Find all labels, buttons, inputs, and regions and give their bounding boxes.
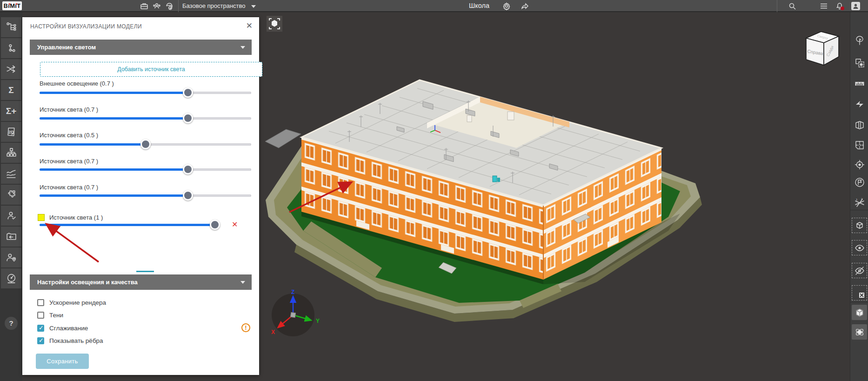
sigma-plus-glyph: Σ+ (6, 106, 17, 116)
checkbox-label: Показывать рёбра (49, 337, 103, 344)
workspace-selector[interactable]: Базовое пространство (182, 2, 246, 9)
tool-solid-cube[interactable] (852, 305, 867, 320)
sidebar-item-user-check[interactable] (1, 206, 21, 226)
checkbox-row-antialiasing: Сглаживание (37, 323, 88, 333)
globe-session-icon[interactable] (165, 2, 174, 10)
chevron-down-icon (240, 281, 245, 284)
tool-flag-marker[interactable] (852, 174, 867, 190)
checkbox-row-render-boost: Ускорение рендера (37, 298, 106, 307)
delete-light-button[interactable]: ✕ (232, 220, 238, 229)
tool-isolate-cube[interactable] (852, 218, 867, 233)
slider-thumb[interactable] (183, 87, 193, 98)
top-bar: BiMiT Базовое пространство Школа (0, 0, 868, 12)
help-button[interactable]: ? (5, 317, 18, 330)
account-icon[interactable] (851, 2, 860, 10)
section-quality-title: Настройки освещения и качества (37, 279, 138, 286)
axis-z-label: Z (291, 289, 294, 295)
axis-gizmo[interactable]: Z Y X (271, 289, 320, 336)
sidebar-item-doc-2d[interactable]: 2D (1, 122, 21, 142)
search-icon[interactable] (788, 2, 796, 10)
slider-label: Источник света (0.5 ) (40, 132, 98, 139)
add-light-source-button[interactable]: Добавить источник света (40, 62, 262, 77)
warning-icon: ! (241, 323, 250, 332)
tool-hide-eye-slash[interactable] (852, 263, 867, 278)
tool-show-eye[interactable] (852, 240, 867, 255)
light-slider[interactable] (40, 143, 251, 146)
tool-locate-target[interactable] (852, 157, 867, 172)
slider-thumb[interactable] (140, 139, 151, 149)
light-slider[interactable] (40, 117, 251, 120)
sidebar-item-gauge[interactable] (1, 268, 21, 288)
model-canvas[interactable]: Справа Сзади Сверху Z Y X (259, 12, 850, 381)
tool-flash-section[interactable] (852, 96, 867, 112)
checkbox-label: Ускорение рендера (49, 299, 106, 306)
section-quality[interactable]: Настройки освещения и качества (30, 274, 252, 290)
notifications-sync-icon[interactable] (835, 2, 844, 10)
fit-view-button[interactable] (267, 16, 282, 32)
sidebar-item-sigma[interactable]: Σ (1, 80, 21, 100)
bimit-app: Справа Сзади Сверху Z Y X BiMiT (0, 0, 868, 381)
tool-tree-vegetation[interactable] (852, 33, 867, 48)
checkbox-row-shadows: Тени (37, 310, 63, 320)
checkbox[interactable] (37, 312, 44, 319)
sidebar-item-user-location[interactable] (1, 247, 21, 267)
slider-thumb[interactable] (183, 164, 193, 174)
briefcase-icon[interactable] (140, 2, 148, 10)
sidebar-item-trend-chart[interactable] (1, 164, 21, 184)
scroll-indicator[interactable] (136, 271, 154, 272)
slider-label: Источник света (1 ) (49, 214, 103, 221)
slider-thumb[interactable] (210, 220, 220, 230)
sidebar-item-shuffle-links[interactable] (1, 59, 21, 79)
notification-badge (841, 7, 844, 10)
sidebar-item-folder-share[interactable] (1, 227, 21, 247)
section-light-control[interactable]: Управление светом (30, 40, 252, 55)
tool-section-planes[interactable] (852, 117, 867, 133)
slider-label: Источник света (0.7 ) (40, 184, 98, 191)
tool-ruler-measure[interactable] (852, 76, 867, 91)
slider-label: Источник света (0.7 ) (40, 158, 98, 165)
checkbox[interactable] (37, 299, 44, 306)
tool-clear-selection[interactable] (852, 285, 867, 301)
light-color-swatch[interactable] (38, 214, 45, 221)
chevron-down-icon[interactable] (251, 5, 256, 8)
light-slider[interactable] (40, 168, 251, 171)
doc-2d-glyph: 2D (8, 130, 14, 134)
save-button[interactable]: Сохранить (36, 354, 89, 369)
axis-x-label: X (271, 329, 275, 335)
sidebar-item-org-chart[interactable] (1, 143, 21, 163)
close-icon[interactable]: ✕ (246, 21, 253, 31)
sidebar-item-git-node[interactable] (1, 38, 21, 58)
toolbar-divider (850, 302, 868, 302)
light-slider[interactable] (40, 224, 215, 226)
tool-axes-lines[interactable]: 12 (852, 195, 867, 210)
app-logo[interactable]: BiMiT (2, 1, 22, 10)
team-icon[interactable] (153, 2, 161, 10)
tool-floor-plan[interactable] (852, 137, 867, 153)
sidebar-item-sigma-plus[interactable]: Σ+ (1, 101, 21, 121)
tool-selection-set[interactable] (852, 55, 867, 70)
logo-dot (9, 3, 10, 5)
share-icon[interactable] (521, 2, 529, 10)
checkbox-label: Сглаживание (49, 325, 88, 332)
checkbox-label: Тени (49, 312, 63, 319)
checkbox[interactable] (37, 325, 44, 332)
light-slider[interactable] (40, 92, 251, 94)
left-toolbar: Σ Σ+ 2D ? (0, 12, 22, 381)
light-slider[interactable] (40, 194, 251, 197)
checkbox[interactable] (37, 337, 44, 344)
panel-title: НАСТРОЙКИ ВИЗУАЛИЗАЦИИ МОДЕЛИ (30, 23, 142, 30)
list-menu-icon[interactable] (820, 2, 828, 10)
gear-icon[interactable] (502, 2, 511, 10)
svg-text:1: 1 (856, 198, 858, 201)
chevron-down-icon (240, 46, 245, 49)
slider-label: Источник света (0.7 ) (40, 106, 98, 113)
topbar-divider (777, 0, 777, 12)
tool-orbit-mode[interactable] (852, 324, 867, 340)
sidebar-item-model-tree[interactable] (1, 17, 21, 37)
section-light-title: Управление светом (37, 44, 96, 51)
sidebar-item-plugin-puzzle[interactable] (1, 185, 21, 205)
slider-thumb[interactable] (183, 190, 193, 201)
navigation-cube[interactable]: Справа Сзади Сверху (806, 32, 839, 65)
slider-thumb[interactable] (183, 113, 193, 123)
right-toolbar: 12 (850, 12, 868, 381)
